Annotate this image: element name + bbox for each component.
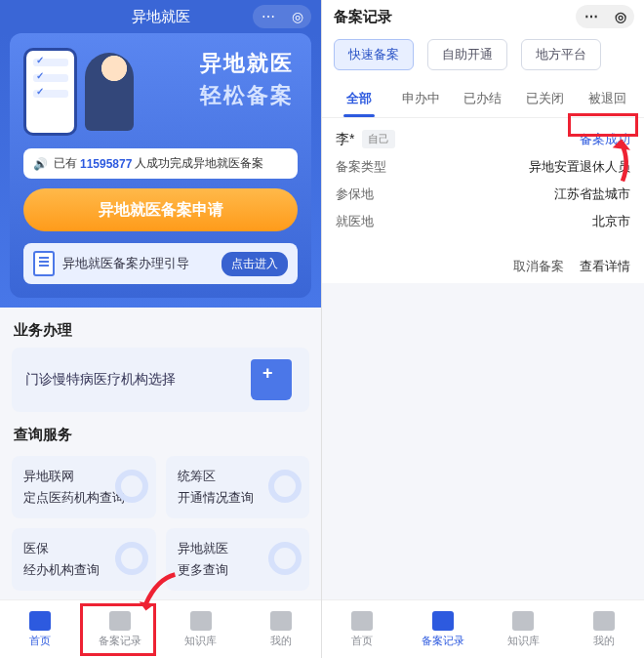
record-row-insure: 参保地 江苏省盐城市 xyxy=(336,185,630,203)
stat-suffix: 人成功完成异地就医备案 xyxy=(135,155,263,172)
shield-icon xyxy=(432,611,454,631)
records-header: 备案记录 ⋯ ◎ xyxy=(322,0,644,33)
row-key: 参保地 xyxy=(336,185,374,203)
status-segments: 全部 申办中 已办结 已关闭 被退回 xyxy=(322,80,644,118)
biz-card-clinic[interactable]: 门诊慢特病医疗机构选择 xyxy=(12,348,309,412)
pill-quick[interactable]: 快速备案 xyxy=(334,39,414,70)
seg-processing[interactable]: 申办中 xyxy=(390,80,453,117)
pill-local[interactable]: 地方平台 xyxy=(521,39,601,70)
seg-all[interactable]: 全部 xyxy=(328,80,390,117)
query-card-agency[interactable]: 医保 经办机构查询 xyxy=(12,528,156,591)
row-val: 异地安置退休人员 xyxy=(529,158,630,176)
shield-icon xyxy=(109,611,131,631)
more-icon[interactable]: ⋯ xyxy=(262,9,275,24)
query-card-network[interactable]: 异地联网 定点医药机构查询 xyxy=(12,456,156,518)
record-header-row: 李* 自己 备案成功 xyxy=(336,130,630,148)
tab-home[interactable]: 首页 xyxy=(0,600,80,658)
miniapp-capsule[interactable]: ⋯ ◎ xyxy=(253,5,311,28)
apply-button[interactable]: 异地就医备案申请 xyxy=(23,188,298,231)
action-detail[interactable]: 查看详情 xyxy=(580,258,630,275)
tab-home[interactable]: 首页 xyxy=(322,600,403,658)
tab-label: 我的 xyxy=(270,634,292,648)
stat-number: 11595877 xyxy=(80,157,132,171)
tab-label: 知识库 xyxy=(184,634,217,648)
speaker-icon: 🔊 xyxy=(33,157,48,171)
location-icon xyxy=(268,470,302,503)
seg-done[interactable]: 已办结 xyxy=(452,80,514,117)
home-header: 异地就医 ⋯ ◎ xyxy=(0,0,321,33)
home-title: 异地就医 xyxy=(132,8,190,26)
seg-returned[interactable]: 被退回 xyxy=(576,80,638,117)
tab-label: 知识库 xyxy=(507,634,540,648)
stat-bar: 🔊 已有 11595877 人成功完成异地就医备案 xyxy=(23,148,298,179)
query-card-region[interactable]: 统筹区 开通情况查询 xyxy=(166,456,310,518)
record-name: 李* xyxy=(336,131,354,148)
book-tab-icon xyxy=(512,611,534,631)
tab-label: 首页 xyxy=(351,634,373,648)
tab-label: 首页 xyxy=(29,634,51,648)
record-card[interactable]: 李* 自己 备案成功 备案类型 异地安置退休人员 参保地 江苏省盐城市 就医地 … xyxy=(322,118,644,244)
tab-label: 我的 xyxy=(593,634,615,648)
hospital-icon xyxy=(251,359,292,400)
hero-section: 异地就医 轻松备案 🔊 已有 11595877 人成功完成异地就医备案 异地就医… xyxy=(0,33,321,308)
tab-knowledge[interactable]: 知识库 xyxy=(161,600,241,658)
hero-line2: 轻松备案 xyxy=(200,81,294,110)
records-tabbar: 首页 备案记录 知识库 我的 xyxy=(322,599,644,658)
tab-label: 备案记录 xyxy=(422,634,464,648)
home-icon xyxy=(351,611,373,631)
guide-text: 异地就医备案办理引导 xyxy=(62,255,221,272)
more-query-icon xyxy=(268,542,302,575)
guide-doc-icon xyxy=(33,251,55,276)
screen-home: 异地就医 ⋯ ◎ 异地就医 轻松备案 🔊 已有 11595877 人成功 xyxy=(0,0,322,658)
record-row-treat: 就医地 北京市 xyxy=(336,213,630,230)
pill-self[interactable]: 自助开通 xyxy=(427,39,507,70)
stat-prefix: 已有 xyxy=(54,155,77,172)
action-cancel[interactable]: 取消备案 xyxy=(513,258,564,275)
person-icon xyxy=(593,611,615,631)
query-card-more[interactable]: 异地就医 更多查询 xyxy=(166,528,310,591)
miniapp-capsule[interactable]: ⋯ ◎ xyxy=(576,5,634,28)
target-icon[interactable]: ◎ xyxy=(292,9,303,24)
row-val: 北京市 xyxy=(592,213,630,230)
hero-text: 异地就医 轻松备案 xyxy=(200,49,294,110)
phone-illustration xyxy=(23,48,77,136)
query-section-title: 查询服务 xyxy=(0,412,321,452)
tab-knowledge[interactable]: 知识库 xyxy=(483,600,564,658)
hero-banner: 异地就医 轻松备案 xyxy=(23,43,298,141)
seg-closed[interactable]: 已关闭 xyxy=(514,80,577,117)
biz-card-label: 门诊慢特病医疗机构选择 xyxy=(25,371,176,389)
filter-pills: 快速备案 自助开通 地方平台 xyxy=(322,33,644,80)
hero-card: 异地就医 轻松备案 🔊 已有 11595877 人成功完成异地就医备案 异地就医… xyxy=(10,33,311,298)
person-icon xyxy=(270,611,292,631)
map-pin-icon xyxy=(115,470,148,503)
guide-enter-button[interactable]: 点击进入 xyxy=(221,252,288,276)
hero-line1: 异地就医 xyxy=(200,49,294,78)
target-icon[interactable]: ◎ xyxy=(615,9,626,24)
row-key: 备案类型 xyxy=(336,158,386,176)
row-val: 江苏省盐城市 xyxy=(554,185,630,203)
guide-row[interactable]: 异地就医备案办理引导 点击进入 xyxy=(23,243,298,284)
book-tab-icon xyxy=(190,611,212,631)
tab-records[interactable]: 备案记录 xyxy=(80,600,160,658)
person-illustration xyxy=(85,53,134,131)
record-actions: 取消备案 查看详情 xyxy=(322,244,644,283)
biz-section-title: 业务办理 xyxy=(0,308,321,348)
book-icon xyxy=(115,542,148,575)
tab-mine[interactable]: 我的 xyxy=(564,600,645,658)
screen-records: 备案记录 ⋯ ◎ 快速备案 自助开通 地方平台 全部 申办中 已办结 已关闭 被… xyxy=(322,0,644,658)
tab-label: 备案记录 xyxy=(99,634,141,648)
records-title: 备案记录 xyxy=(334,8,392,26)
tab-records[interactable]: 备案记录 xyxy=(403,600,484,658)
tab-mine[interactable]: 我的 xyxy=(241,600,321,658)
record-status: 备案成功 xyxy=(580,131,630,148)
row-key: 就医地 xyxy=(336,213,374,230)
home-tabbar: 首页 备案记录 知识库 我的 xyxy=(0,599,321,658)
home-icon xyxy=(29,611,51,631)
record-relation-tag: 自己 xyxy=(362,130,395,148)
record-row-type: 备案类型 异地安置退休人员 xyxy=(336,158,630,176)
query-grid: 异地联网 定点医药机构查询 统筹区 开通情况查询 医保 经办机构查询 异地就医 … xyxy=(12,456,309,591)
more-icon[interactable]: ⋯ xyxy=(584,9,598,24)
